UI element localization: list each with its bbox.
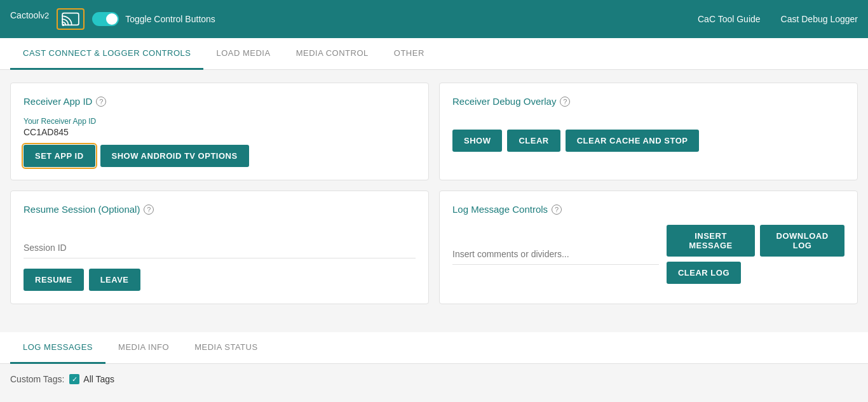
tab-cast-connect[interactable]: CAST CONNECT & LOGGER CONTROLS xyxy=(10,38,203,70)
main-tabs: CAST CONNECT & LOGGER CONTROLS LOAD MEDI… xyxy=(0,38,868,70)
log-message-title: Log Message Controls ? xyxy=(452,204,844,215)
set-app-id-button[interactable]: SET APP ID xyxy=(24,145,95,167)
cast-icon xyxy=(62,12,79,26)
tab-media-status[interactable]: MEDIA STATUS xyxy=(182,332,270,364)
top-cards-row: Receiver App ID ? Your Receiver App ID C… xyxy=(10,83,858,180)
cac-tool-guide-link[interactable]: CaC Tool Guide xyxy=(698,14,761,24)
svg-point-1 xyxy=(62,24,65,26)
toggle-switch[interactable] xyxy=(92,12,119,26)
header-left: Cactoolv2 Toggle Control Buttons xyxy=(10,8,215,30)
custom-tags-label: Custom Tags: xyxy=(10,374,64,384)
log-top-btns: INSERT MESSAGE DOWNLOAD LOG xyxy=(667,225,844,257)
log-message-label: Log Message Controls xyxy=(452,204,548,215)
receiver-app-input-value: CC1AD845 xyxy=(24,127,416,137)
resume-session-card: Resume Session (Optional) ? RESUME LEAVE xyxy=(10,191,429,304)
bottom-cards-row: Resume Session (Optional) ? RESUME LEAVE… xyxy=(10,191,858,304)
receiver-debug-label: Receiver Debug Overlay xyxy=(452,96,556,107)
app-header: Cactoolv2 Toggle Control Buttons CaC Too… xyxy=(0,0,868,38)
leave-button[interactable]: LEAVE xyxy=(89,269,140,291)
bottom-tabs: LOG MESSAGES MEDIA INFO MEDIA STATUS xyxy=(0,332,868,364)
toggle-label: Toggle Control Buttons xyxy=(125,14,215,24)
clear-log-button[interactable]: CLEAR LOG xyxy=(667,262,741,284)
download-log-button[interactable]: DOWNLOAD LOG xyxy=(760,225,844,257)
session-id-input[interactable] xyxy=(24,238,416,258)
resume-session-btn-row: RESUME LEAVE xyxy=(24,269,416,291)
show-android-tv-button[interactable]: SHOW ANDROID TV OPTIONS xyxy=(100,145,249,167)
receiver-app-btn-row: SET APP ID SHOW ANDROID TV OPTIONS xyxy=(24,145,416,167)
all-tags-label: All Tags xyxy=(83,374,114,384)
receiver-app-id-card: Receiver App ID ? Your Receiver App ID C… xyxy=(10,83,429,180)
log-comment-input[interactable] xyxy=(452,244,659,265)
main-content: Receiver App ID ? Your Receiver App ID C… xyxy=(0,70,868,327)
tab-other[interactable]: OTHER xyxy=(381,38,437,70)
resume-session-help-icon[interactable]: ? xyxy=(144,204,154,215)
logo-text: Cactoolv2 xyxy=(10,10,49,27)
tab-media-info[interactable]: MEDIA INFO xyxy=(105,332,182,364)
custom-tags-row: Custom Tags: All Tags xyxy=(0,364,868,384)
log-message-card: Log Message Controls ? INSERT MESSAGE DO… xyxy=(439,191,858,304)
tab-log-messages[interactable]: LOG MESSAGES xyxy=(10,332,105,364)
receiver-app-id-title: Receiver App ID ? xyxy=(24,96,416,107)
resume-session-label: Resume Session (Optional) xyxy=(24,204,140,215)
show-button[interactable]: SHOW xyxy=(452,130,502,152)
resume-session-title: Resume Session (Optional) ? xyxy=(24,204,416,215)
all-tags-checkbox-wrapper[interactable]: All Tags xyxy=(69,374,114,384)
log-buttons-group: INSERT MESSAGE DOWNLOAD LOG CLEAR LOG xyxy=(667,225,844,284)
receiver-debug-help-icon[interactable]: ? xyxy=(560,97,570,107)
tab-media-control[interactable]: MEDIA CONTROL xyxy=(283,38,381,70)
receiver-app-input-label: Your Receiver App ID xyxy=(24,117,416,126)
receiver-debug-btn-row: SHOW CLEAR CLEAR CACHE AND STOP xyxy=(452,130,844,152)
tab-load-media[interactable]: LOAD MEDIA xyxy=(203,38,283,70)
clear-button[interactable]: CLEAR xyxy=(507,130,560,152)
cast-debug-logger-link[interactable]: Cast Debug Logger xyxy=(781,14,858,24)
all-tags-checkbox[interactable] xyxy=(69,374,79,384)
receiver-app-id-label: Receiver App ID xyxy=(24,96,92,107)
receiver-debug-card: Receiver Debug Overlay ? SHOW CLEAR CLEA… xyxy=(439,83,858,180)
toggle-section: Toggle Control Buttons xyxy=(92,12,215,26)
log-message-row: INSERT MESSAGE DOWNLOAD LOG CLEAR LOG xyxy=(452,225,844,284)
cast-icon-wrapper[interactable] xyxy=(57,8,85,30)
receiver-debug-title: Receiver Debug Overlay ? xyxy=(452,96,844,107)
log-message-help-icon[interactable]: ? xyxy=(552,204,562,215)
clear-cache-stop-button[interactable]: CLEAR CACHE AND STOP xyxy=(566,130,700,152)
logo-name: Cactool xyxy=(10,10,40,20)
receiver-app-id-help-icon[interactable]: ? xyxy=(96,97,106,107)
insert-message-button[interactable]: INSERT MESSAGE xyxy=(667,225,755,257)
resume-button[interactable]: RESUME xyxy=(24,269,84,291)
logo-version: v2 xyxy=(40,11,49,20)
header-right: CaC Tool Guide Cast Debug Logger xyxy=(698,14,858,24)
